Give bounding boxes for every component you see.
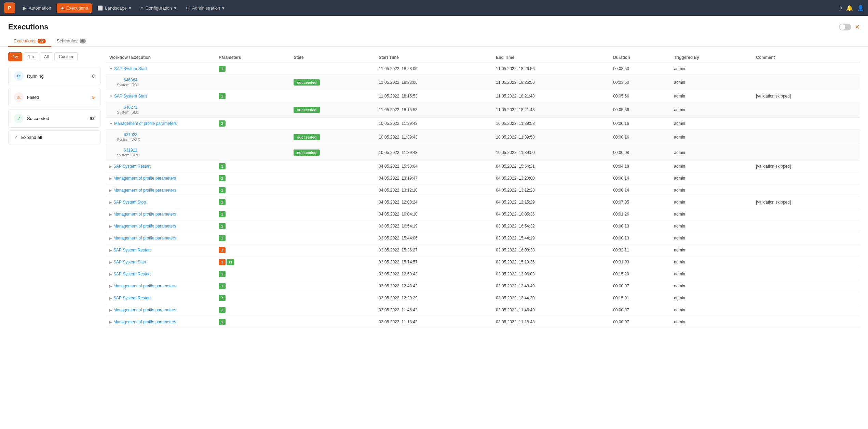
end-time: 04.05.2022, 10:05:36: [492, 208, 610, 220]
table-row[interactable]: ▼SAP System Start 1 11.05.2022, 18:23:06…: [106, 63, 860, 75]
status-card-succeeded[interactable]: ✓ Succeeded 92: [8, 109, 100, 128]
table-row[interactable]: ▶Management of profile parameters 1 04.0…: [106, 184, 860, 196]
duration: 00:00:08: [610, 145, 670, 160]
theme-toggle-icon[interactable]: ☽: [837, 5, 842, 11]
row-expand-icon[interactable]: ▶: [109, 272, 112, 276]
table-row[interactable]: ▶Management of profile parameters 1 03.0…: [106, 304, 860, 316]
workflow-name[interactable]: SAP System Start: [114, 66, 147, 71]
start-time: 11.05.2022, 18:15:53: [375, 90, 492, 102]
workflow-name[interactable]: SAP System Restart: [113, 272, 151, 276]
start-time: 11.05.2022, 18:23:06: [375, 63, 492, 75]
nav-landscape[interactable]: ⬜ Landscape ▾: [93, 3, 135, 13]
nav-executions[interactable]: ◈ Executions: [57, 3, 92, 13]
row-expand-icon[interactable]: ▶: [109, 212, 112, 216]
table-row[interactable]: ▶SAP System Stop 1 04.05.2022, 12:08:24 …: [106, 196, 860, 208]
workflow-name[interactable]: Management of profile parameters: [113, 308, 176, 312]
params-badge: 2: [219, 175, 226, 181]
row-expand-icon[interactable]: ▶: [109, 260, 112, 264]
row-expand-icon[interactable]: ▶: [109, 320, 112, 324]
workflow-name[interactable]: SAP System Restart: [113, 248, 151, 252]
tab-schedules[interactable]: Schedules 0: [51, 36, 91, 47]
workflow-name[interactable]: SAP System Restart: [113, 296, 151, 300]
table-row[interactable]: ▶Management of profile parameters 2 04.0…: [106, 172, 860, 184]
row-expand-icon[interactable]: ▶: [109, 308, 112, 312]
row-collapse-icon[interactable]: ▼: [109, 94, 113, 98]
workflow-name[interactable]: Management of profile parameters: [113, 284, 176, 288]
duration: 00:00:16: [610, 118, 670, 130]
start-time: 03.05.2022, 15:44:06: [375, 232, 492, 244]
row-collapse-icon[interactable]: ▼: [109, 67, 113, 71]
execution-id[interactable]: 646384: [117, 78, 137, 82]
row-expand-icon[interactable]: ▶: [109, 296, 112, 300]
workflow-name[interactable]: SAP System Start: [113, 260, 146, 264]
row-expand-icon[interactable]: ▶: [109, 248, 112, 252]
workflow-name[interactable]: Management of profile parameters: [114, 121, 177, 126]
workflow-name[interactable]: SAP System Start: [114, 94, 147, 99]
row-expand-icon[interactable]: ▶: [109, 188, 112, 192]
workflow-name[interactable]: Management of profile parameters: [113, 224, 176, 229]
user-avatar-icon[interactable]: 👤: [857, 5, 864, 11]
administration-dropdown-icon: ▾: [222, 5, 225, 11]
row-collapse-icon[interactable]: ▼: [109, 122, 113, 126]
end-time: 04.05.2022, 13:20:00: [492, 172, 610, 184]
filter-custom[interactable]: Custom: [54, 52, 77, 61]
duration: 00:31:03: [610, 256, 670, 268]
status-card-failed[interactable]: ⚠ Failed 5: [8, 88, 100, 106]
workflow-name[interactable]: SAP System Stop: [113, 200, 146, 205]
row-expand-icon[interactable]: ▶: [109, 200, 112, 204]
app-logo[interactable]: P: [4, 2, 15, 13]
comment: [validation skipped]: [752, 160, 860, 172]
col-triggered-by: Triggered By: [670, 52, 752, 63]
execution-id[interactable]: 646271: [117, 105, 137, 110]
filter-1w[interactable]: 1w: [8, 52, 22, 61]
duration: 00:05:56: [610, 90, 670, 102]
table-row[interactable]: ▶Management of profile parameters 1 04.0…: [106, 208, 860, 220]
nav-administration[interactable]: ⚙ Administration ▾: [182, 3, 229, 13]
start-time: 11.05.2022, 18:23:06: [375, 75, 492, 90]
row-expand-icon[interactable]: ▶: [109, 224, 112, 228]
workflow-name[interactable]: Management of profile parameters: [113, 212, 176, 217]
duration: 00:00:07: [610, 316, 670, 328]
table-row[interactable]: ▼SAP System Start 1 11.05.2022, 18:15:53…: [106, 90, 860, 102]
table-row[interactable]: ▶Management of profile parameters 1 03.0…: [106, 232, 860, 244]
row-expand-icon[interactable]: ▶: [109, 177, 112, 180]
table-row[interactable]: ▶Management of profile parameters 1 03.0…: [106, 280, 860, 292]
table-row[interactable]: ▶SAP System Restart 7 03.05.2022, 12:29:…: [106, 292, 860, 304]
expand-all-icon: ⤢: [14, 135, 18, 140]
tab-executions[interactable]: Executions 97: [8, 36, 51, 47]
close-icon[interactable]: ✕: [855, 23, 860, 31]
params-badge: 1: [219, 163, 226, 169]
row-expand-icon[interactable]: ▶: [109, 236, 112, 240]
notifications-icon[interactable]: 🔔: [846, 5, 853, 11]
nav-configuration[interactable]: ≡ Configuration ▾: [137, 3, 180, 13]
comment: [752, 145, 860, 160]
workflow-name[interactable]: Management of profile parameters: [113, 176, 176, 181]
table-row[interactable]: ▶SAP System Restart 1 03.05.2022, 15:36:…: [106, 244, 860, 256]
executions-toggle[interactable]: [839, 24, 851, 30]
start-time: 03.05.2022, 15:14:57: [375, 256, 492, 268]
table-row[interactable]: ▶SAP System Restart 1 03.05.2022, 12:50:…: [106, 268, 860, 280]
running-icon: ⟳: [14, 71, 24, 81]
row-expand-icon[interactable]: ▶: [109, 284, 112, 288]
table-row[interactable]: ▶Management of profile parameters 1 03.0…: [106, 220, 860, 232]
comment: [752, 280, 860, 292]
expand-all-button[interactable]: ⤢ Expand all: [8, 130, 100, 144]
workflow-name[interactable]: Management of profile parameters: [113, 236, 176, 240]
workflow-name[interactable]: Management of profile parameters: [113, 188, 176, 193]
table-row[interactable]: ▶SAP System Restart 1 04.05.2022, 15:50:…: [106, 160, 860, 172]
table-row[interactable]: ▶SAP System Start 1 11 03.05.2022, 15:14…: [106, 256, 860, 268]
table-row[interactable]: ▼Management of profile parameters 2 10.0…: [106, 118, 860, 130]
workflow-name[interactable]: SAP System Restart: [113, 164, 151, 169]
execution-id[interactable]: 631911: [117, 148, 137, 153]
duration: 00:03:50: [610, 63, 670, 75]
filter-all[interactable]: All: [40, 52, 53, 61]
workflow-name[interactable]: Management of profile parameters: [113, 320, 176, 324]
table-row[interactable]: ▶Management of profile parameters 1 03.0…: [106, 316, 860, 328]
duration: 00:01:26: [610, 208, 670, 220]
row-expand-icon[interactable]: ▶: [109, 165, 112, 168]
status-card-running[interactable]: ⟳ Running 0: [8, 67, 100, 85]
nav-automation[interactable]: ▶ Automation: [19, 3, 55, 13]
filter-1m[interactable]: 1m: [24, 52, 38, 61]
page-header: Executions ✕: [0, 16, 868, 31]
execution-id[interactable]: 631923: [117, 132, 137, 137]
